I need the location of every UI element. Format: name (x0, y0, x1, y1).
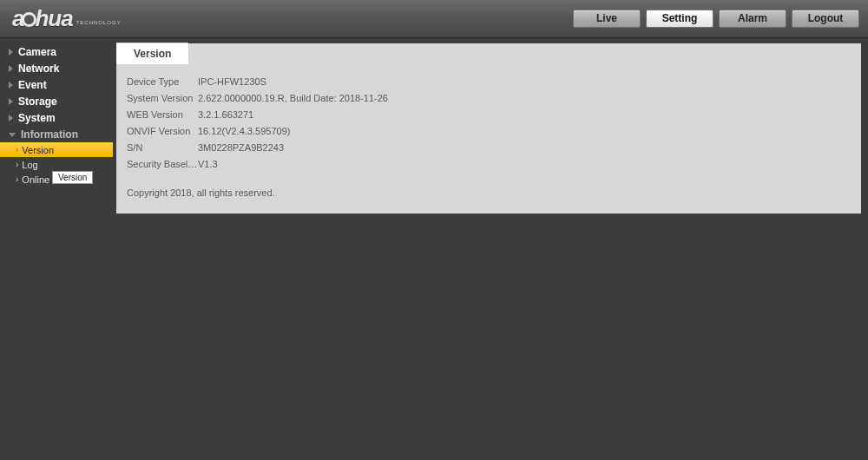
label-device-type: Device Type (127, 76, 198, 87)
sidebar-label-system: System (18, 112, 56, 124)
row-system-version: System Version 2.622.0000000.19.R, Build… (127, 89, 851, 106)
chevron-down-icon (9, 133, 16, 137)
label-security-baseline: Security Baseline V... (127, 159, 198, 169)
value-onvif-version: 16.12(V2.4.3.595709) (198, 126, 290, 136)
sidebar-sub-label-version: Version (22, 145, 54, 155)
value-security-baseline: V1.3 (198, 159, 218, 169)
panel-content: Device Type IPC-HFW1230S System Version … (116, 43, 861, 207)
brand-logo: ahua TECHNOLOGY (12, 5, 122, 32)
row-security-baseline: Security Baseline V... V1.3 (127, 155, 851, 172)
body-row: Camera Network Event Storage System Info… (0, 38, 868, 460)
sidebar-item-information[interactable]: Information (0, 126, 113, 142)
brand-name: ahua (12, 5, 73, 32)
row-sn: S/N 3M0228PZA9B2243 (127, 139, 851, 155)
header-bar: ahua TECHNOLOGY Live Setting Alarm Logou… (0, 0, 868, 38)
chevron-right-icon: › (16, 174, 18, 184)
chevron-right-icon (9, 65, 13, 72)
nav-alarm-button[interactable]: Alarm (719, 10, 786, 28)
chevron-right-icon (9, 98, 13, 105)
label-sn: S/N (127, 142, 198, 153)
sidebar-label-event: Event (18, 79, 47, 91)
sidebar-label-information: Information (21, 128, 78, 141)
value-sn: 3M0228PZA9B2243 (198, 142, 284, 153)
label-onvif-version: ONVIF Version (127, 126, 198, 136)
sidebar-label-camera: Camera (18, 46, 56, 58)
sidebar-item-system[interactable]: System (0, 109, 113, 126)
chevron-right-icon: › (16, 145, 18, 154)
sidebar-sub-label-log: Log (22, 160, 37, 170)
sidebar: Camera Network Event Storage System Info… (0, 38, 113, 460)
nav-live-button[interactable]: Live (573, 10, 641, 28)
sidebar-sub-version[interactable]: › Version (0, 142, 113, 157)
label-system-version: System Version (127, 93, 198, 103)
main-area: Version Device Type IPC-HFW1230S System … (113, 38, 868, 460)
sidebar-item-camera[interactable]: Camera (0, 43, 113, 60)
sidebar-item-network[interactable]: Network (0, 60, 113, 76)
label-web-version: WEB Version (127, 109, 198, 120)
sidebar-label-network: Network (18, 62, 59, 75)
nav-logout-button[interactable]: Logout (792, 10, 859, 28)
value-system-version: 2.622.0000000.19.R, Build Date: 2018-11-… (198, 93, 388, 103)
chevron-right-icon (9, 82, 13, 89)
sidebar-sub-log[interactable]: › Log Version (0, 157, 113, 172)
brand-name-part2: hua (35, 5, 72, 31)
nav-buttons: Live Setting Alarm Logout (573, 10, 859, 28)
chevron-right-icon: › (16, 160, 18, 169)
row-device-type: Device Type IPC-HFW1230S (127, 73, 851, 89)
tab-version[interactable]: Version (116, 43, 188, 64)
tooltip: Version (52, 171, 93, 184)
chevron-right-icon (9, 49, 13, 56)
sidebar-item-storage[interactable]: Storage (0, 93, 113, 109)
value-web-version: 3.2.1.663271 (198, 109, 253, 120)
nav-setting-button[interactable]: Setting (646, 10, 713, 28)
content-panel: Version Device Type IPC-HFW1230S System … (116, 43, 861, 214)
value-device-type: IPC-HFW1230S (198, 76, 266, 87)
brand-tagline: TECHNOLOGY (76, 20, 122, 25)
chevron-right-icon (9, 115, 13, 122)
sidebar-label-storage: Storage (18, 95, 57, 108)
copyright-text: Copyright 2018, all rights reserved. (127, 187, 851, 198)
row-web-version: WEB Version 3.2.1.663271 (127, 106, 851, 122)
sidebar-item-event[interactable]: Event (0, 76, 113, 93)
row-onvif-version: ONVIF Version 16.12(V2.4.3.595709) (127, 122, 851, 139)
